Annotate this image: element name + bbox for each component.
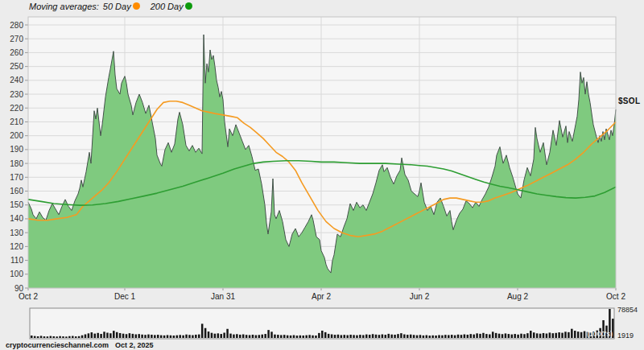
svg-text:110: 110: [10, 256, 23, 265]
ma50-legend-label: 50 Day: [103, 2, 131, 11]
ma50-legend-item: 50 Day: [103, 2, 147, 11]
ma50-dot-icon: [133, 2, 140, 10]
svg-text:Oct 2: Oct 2: [606, 292, 625, 301]
svg-text:260: 260: [10, 48, 23, 57]
svg-text:120: 120: [10, 242, 23, 251]
svg-text:220: 220: [10, 104, 23, 113]
svg-text:250: 250: [10, 62, 23, 71]
symbol-label: $SOL: [618, 97, 640, 105]
svg-text:200: 200: [10, 131, 23, 140]
svg-text:100: 100: [10, 270, 23, 278]
volume-unit-label: (1000's): [554, 330, 613, 338]
price-volume-chart-canvas: 9010011012013014015016017018019020021022…: [0, 0, 644, 350]
svg-text:230: 230: [10, 90, 23, 99]
svg-text:Jun 2: Jun 2: [410, 292, 430, 301]
svg-text:160: 160: [10, 187, 23, 196]
svg-text:Aug 2: Aug 2: [507, 292, 529, 301]
sol-price-chart-page: 9010011012013014015016017018019020021022…: [0, 0, 644, 350]
svg-text:190: 190: [10, 145, 23, 154]
svg-text:Oct 2: Oct 2: [19, 292, 38, 301]
svg-text:240: 240: [10, 76, 23, 84]
svg-text:90: 90: [14, 284, 24, 293]
svg-text:Apr 2: Apr 2: [312, 292, 331, 301]
ma-legend: Moving averages: 50 Day 200 Day: [29, 2, 199, 11]
svg-text:280: 280: [10, 21, 23, 30]
svg-text:150: 150: [10, 200, 23, 209]
svg-text:Jan 31: Jan 31: [211, 292, 235, 301]
ma200-legend-item: 200 Day: [151, 2, 199, 11]
ma200-dot-icon: [185, 2, 192, 10]
volume-min-label: 1919: [617, 331, 634, 340]
svg-text:140: 140: [10, 214, 23, 223]
svg-text:180: 180: [10, 159, 23, 168]
source-site-label: cryptocurrencieschannel.com: [6, 341, 109, 349]
chart-date-label: Oct 2, 2025: [115, 341, 154, 349]
svg-text:270: 270: [10, 35, 23, 43]
ma200-legend-label: 200 Day: [151, 2, 184, 11]
svg-text:210: 210: [10, 117, 23, 126]
svg-text:Dec 1: Dec 1: [114, 292, 136, 301]
svg-text:130: 130: [10, 229, 23, 237]
chart-footer: cryptocurrencieschannel.comOct 2, 2025: [6, 341, 154, 349]
volume-max-label: 78854: [617, 306, 638, 314]
ma-legend-title: Moving averages:: [29, 2, 99, 11]
svg-text:170: 170: [10, 173, 23, 182]
